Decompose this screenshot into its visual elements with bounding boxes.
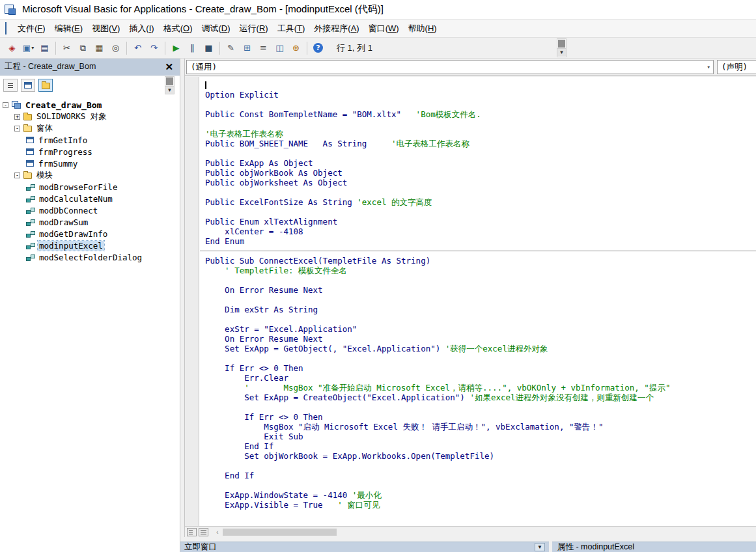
project-icon	[12, 101, 21, 109]
procedure-view-button[interactable]	[187, 528, 197, 536]
tree-item-frmProgress[interactable]: frmProgress	[0, 146, 180, 158]
tree-item-SOLIDWORKS 对象[interactable]: +SOLIDWORKS 对象	[0, 111, 180, 122]
tree-item-label: modDbConnect	[38, 206, 99, 215]
menu-item-F[interactable]: 文件(F)	[13, 20, 50, 38]
code-line	[205, 207, 756, 217]
code-line: Public ExApp As Object	[205, 158, 756, 168]
menu-item-T[interactable]: 工具(T)	[273, 20, 310, 38]
tree-item-modSelectFolderDialog[interactable]: modSelectFolderDialog	[0, 251, 180, 263]
procedure-dropdown[interactable]: (声明) ▾	[717, 60, 756, 74]
design-mode-button[interactable]: ✎	[223, 40, 238, 55]
tree-item-窗体[interactable]: -窗体	[0, 122, 180, 134]
scrollbar-thumb[interactable]	[223, 529, 337, 536]
code-line	[205, 314, 756, 324]
code-window: (通用) ▾ (声明) ▾ Option ExplicitPublic Cons…	[184, 59, 756, 537]
tree-item-label: frmSummy	[37, 159, 79, 169]
find-button[interactable]: ◎	[108, 40, 123, 55]
tree-item-modDbConnect[interactable]: modDbConnect	[0, 204, 180, 216]
code-line: '电子表格工作表名称	[205, 129, 756, 139]
code-line	[205, 187, 756, 197]
menu-item-W[interactable]: 窗口(W)	[364, 20, 404, 38]
full-module-view-button[interactable]	[199, 528, 208, 536]
cut-button[interactable]: ✂	[59, 40, 74, 55]
project-explorer-button[interactable]: ⊞	[240, 40, 255, 55]
redo-button[interactable]: ↷	[147, 40, 161, 55]
expand-icon[interactable]: +	[14, 114, 20, 120]
menu-bar-items: 文件(F)编辑(E)视图(V)插入(I)格式(O)调试(D)运行(R)工具(T)…	[13, 20, 441, 38]
save-button[interactable]: ▤	[37, 40, 52, 55]
object-browser-button[interactable]: ◫	[272, 40, 287, 55]
stop-button[interactable]: ■	[201, 40, 216, 55]
menu-item-E[interactable]: 编辑(E)	[50, 20, 87, 38]
code-horizontal-scrollbar[interactable]: ‹	[185, 526, 756, 537]
child-window-icon[interactable]	[5, 23, 7, 34]
folder-closed-icon	[23, 114, 32, 120]
project-panel-title: 工程 - Create_draw_Bom	[5, 61, 96, 72]
menu-item-D[interactable]: 调试(D)	[197, 20, 234, 38]
object-dropdown-value: (通用)	[191, 62, 217, 73]
tree-item-modBrowseForFile[interactable]: modBrowseForFile	[0, 181, 180, 193]
scroll-left-icon[interactable]: ‹	[216, 528, 219, 536]
code-line: xlCenter = -4108	[205, 227, 756, 236]
tree-item-frmSummy[interactable]: frmSummy	[0, 158, 180, 169]
close-icon[interactable]: ✕	[163, 61, 175, 73]
object-dropdown[interactable]: (通用) ▾	[186, 60, 714, 74]
run-button[interactable]: ▶	[169, 40, 184, 55]
scrollbar-thumb[interactable]	[166, 77, 173, 85]
tree-item-label: modDrawSum	[38, 217, 89, 227]
collapse-icon[interactable]: -	[3, 102, 8, 108]
code-line	[205, 295, 756, 305]
menu-item-R[interactable]: 运行(R)	[235, 20, 273, 38]
help-button[interactable]: ?	[311, 40, 326, 55]
tree-item-modinputExcel[interactable]: modinputExcel	[0, 240, 180, 251]
chevron-down-icon[interactable]: ▼	[535, 543, 545, 551]
code-editor[interactable]: Option ExplicitPublic Const BomTempletNa…	[185, 77, 756, 526]
properties-window-titlebar[interactable]: 属性 - modinputExcel	[552, 542, 756, 552]
undo-button[interactable]: ↶	[130, 40, 145, 55]
menu-item-A[interactable]: 外接程序(A)	[309, 20, 363, 38]
code-line	[205, 353, 756, 363]
code-line: If Err <> 0 Then	[205, 412, 756, 422]
menu-item-H[interactable]: 帮助(H)	[404, 20, 441, 38]
toolbox-button[interactable]: ⊕	[288, 40, 303, 55]
view-object-button[interactable]	[21, 79, 35, 92]
menu-item-I[interactable]: 插入(I)	[124, 20, 158, 38]
pause-button[interactable]: ‖	[185, 40, 200, 55]
project-panel-scrollbar[interactable]: ▼	[165, 76, 175, 94]
form-icon	[26, 160, 34, 167]
project-tree: -Create_draw_Bom+SOLIDWORKS 对象-窗体frmGetI…	[0, 95, 180, 263]
tree-item-模块[interactable]: -模块	[0, 169, 180, 181]
view-code-button[interactable]	[3, 79, 18, 92]
host-app-icon[interactable]: ◈	[5, 40, 20, 55]
tree-item-Create_draw_Bom[interactable]: -Create_draw_Bom	[0, 99, 180, 111]
menu-item-O[interactable]: 格式(O)	[159, 20, 197, 38]
project-panel-toolbar: ▼	[0, 76, 180, 95]
copy-button[interactable]: ⧉	[76, 40, 91, 55]
code-lines[interactable]: Option ExplicitPublic Const BomTempletNa…	[200, 77, 756, 526]
code-line: Set objWorkBook = ExApp.Workbooks.Open(T…	[205, 451, 756, 461]
menu-item-V[interactable]: 视图(V)	[87, 20, 124, 38]
scroll-down-icon[interactable]: ▼	[165, 86, 174, 94]
toggle-folders-button[interactable]	[38, 79, 53, 92]
scrollbar-thumb[interactable]	[558, 40, 565, 48]
code-line: Public objWorkBook As Object	[205, 168, 756, 178]
insert-userform-button[interactable]: ▣▾	[21, 40, 36, 55]
form-icon	[26, 148, 34, 155]
tree-item-frmGetInfo[interactable]: frmGetInfo	[0, 134, 180, 146]
module-icon	[26, 207, 35, 214]
collapse-icon[interactable]: -	[14, 126, 20, 131]
code-line: On Error Resume Next	[205, 285, 756, 295]
properties-window-button[interactable]: ≡	[256, 40, 271, 55]
text-cursor	[205, 81, 206, 89]
toolbar-overflow-scrollbar[interactable]: ▼	[557, 38, 567, 57]
collapse-icon[interactable]: -	[14, 172, 20, 178]
module-icon	[26, 219, 35, 226]
tree-item-modCalculateNum[interactable]: modCalculateNum	[0, 193, 180, 204]
folder-open-icon	[23, 172, 32, 179]
immediate-window-titlebar[interactable]: 立即窗口 ▼	[180, 542, 549, 552]
paste-button[interactable]: ▦	[92, 40, 107, 55]
tree-item-label: modSelectFolderDialog	[38, 253, 143, 262]
tree-item-modDrawSum[interactable]: modDrawSum	[0, 216, 180, 228]
tree-item-modGetDrawInfo[interactable]: modGetDrawInfo	[0, 228, 180, 240]
scroll-down-icon[interactable]: ▼	[557, 48, 566, 56]
